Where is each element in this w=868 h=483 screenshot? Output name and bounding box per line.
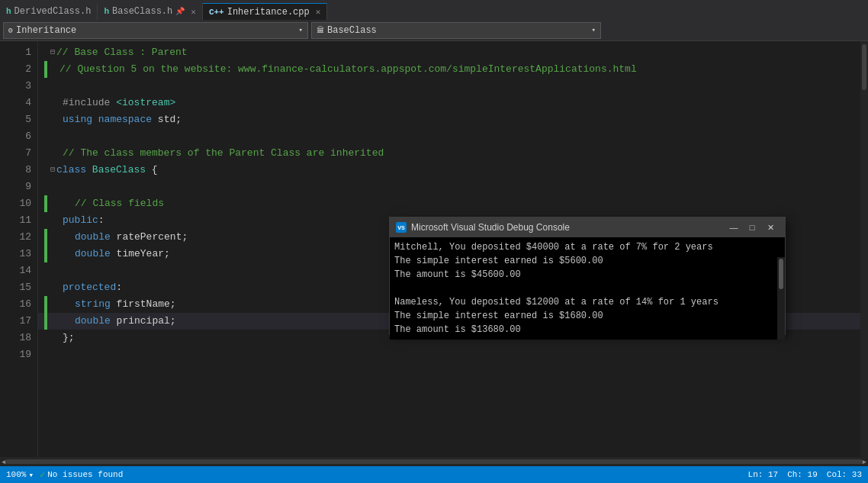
- console-close-btn[interactable]: ✕: [762, 221, 779, 233]
- console-line-6: The simple interest earned is $1680.00: [394, 309, 780, 323]
- code-line-10: // Class fields: [38, 195, 860, 212]
- code-content-12: double ratePercent;: [75, 229, 188, 246]
- line-num-9: 9: [12, 179, 31, 195]
- bottom-scrollbar[interactable]: ◀ ▶: [0, 457, 868, 466]
- console-line-1: Mitchell, You deposited $40000 at a rate…: [394, 240, 780, 254]
- console-line-7: The amount is $13680.00: [394, 323, 780, 336]
- scope-icon-right: 🏛: [317, 26, 324, 35]
- code-line-3: [38, 78, 860, 95]
- status-issues-text: No issues found: [47, 470, 123, 479]
- editor-scrollbar[interactable]: [860, 41, 868, 457]
- editor-container: 1 2 3 4 5 6 7 8 9 10 11 12 13 14 15 16 1…: [0, 41, 868, 457]
- code-content-15: protected:: [63, 279, 122, 296]
- zoom-label: 100%: [6, 470, 26, 479]
- line-num-4: 4: [12, 95, 31, 111]
- code-content-8: class BaseClass {: [56, 162, 158, 179]
- code-content-13: double timeYear;: [75, 246, 170, 262]
- tab-label-derivedclass: DerivedClass.h: [14, 6, 92, 17]
- line-num-17: 17: [12, 313, 31, 330]
- tab-icon-h2: h: [104, 7, 109, 16]
- scope-arrow-right: ▾: [592, 26, 596, 34]
- scope-dropdown-left[interactable]: ⚙ Inheritance ▾: [3, 22, 308, 39]
- tab-derivedclass-h[interactable]: h DerivedClass.h: [0, 3, 98, 20]
- code-line-5: using namespace std;: [38, 111, 860, 128]
- status-bar: 100% ▾ ✓ No issues found Ln: 17 Ch: 19 C…: [0, 466, 868, 483]
- code-content-2: // Question 5 on the website: www.financ…: [59, 61, 637, 78]
- code-content-1: // Base Class : Parent: [56, 44, 188, 61]
- code-content-5: using namespace std;: [63, 111, 182, 128]
- tab-label-inheritance: Inheritance.cpp: [227, 7, 310, 18]
- code-content-7: // The class members of the Parent Class…: [63, 145, 384, 162]
- scrollbar-track[interactable]: [5, 459, 862, 464]
- status-zoom[interactable]: 100% ▾: [6, 470, 34, 480]
- toolbar: ⚙ Inheritance ▾ 🏛 BaseClass ▾: [0, 20, 868, 41]
- console-minimize-btn[interactable]: —: [725, 221, 742, 233]
- code-content-4: #include <iostream>: [63, 95, 175, 111]
- tab-bar: h DerivedClass.h h BaseClass.h 📌 ✕ C++ I…: [0, 0, 868, 20]
- line-num-1: 1: [12, 44, 31, 61]
- line-num-2: 2: [12, 61, 31, 78]
- code-content-17: double principal;: [75, 313, 176, 330]
- console-line-3: The amount is $45600.00: [394, 268, 780, 282]
- line-num-12: 12: [12, 229, 31, 246]
- status-left: 100% ▾ ✓ No issues found: [6, 469, 123, 481]
- console-titlebar: VS Microsoft Visual Studio Debug Console…: [390, 217, 785, 237]
- scope-label-right: BaseClass: [327, 25, 377, 36]
- code-content-11: public:: [63, 212, 104, 229]
- tab-icon-h: h: [6, 7, 11, 16]
- console-title: Microsoft Visual Studio Debug Console: [411, 222, 721, 233]
- code-line-1: ⊟ // Base Class : Parent: [38, 44, 860, 61]
- line-num-13: 13: [12, 246, 31, 262]
- status-ln: Ln: 17: [748, 470, 779, 479]
- line-num-11: 11: [12, 212, 31, 229]
- console-controls: — □ ✕: [725, 221, 779, 233]
- console-scrollbar[interactable]: [777, 257, 785, 340]
- code-line-6: [38, 128, 860, 145]
- scope-label-left: Inheritance: [16, 25, 76, 36]
- code-line-8: ⊟ class BaseClass {: [38, 162, 860, 179]
- line-num-3: 3: [12, 78, 31, 95]
- code-content-16: string firstName;: [75, 296, 176, 313]
- code-line-9: [38, 179, 860, 195]
- status-ch: Ch: 19: [787, 470, 818, 479]
- code-line-4: #include <iostream>: [38, 95, 860, 111]
- status-ok-icon: ✓: [40, 469, 45, 481]
- line-num-19: 19: [12, 346, 31, 363]
- console-line-4: [394, 282, 780, 295]
- scope-arrow-left: ▾: [299, 26, 303, 34]
- line-num-10: 10: [12, 195, 31, 212]
- code-content-10: // Class fields: [75, 195, 164, 212]
- collapse-icon-8[interactable]: ⊟: [50, 162, 55, 179]
- tab-close-inheritance[interactable]: ✕: [316, 7, 321, 17]
- line-num-15: 15: [12, 279, 31, 296]
- console-line-5: Nameless, You deposited $12000 at a rate…: [394, 295, 780, 309]
- status-issues[interactable]: ✓ No issues found: [40, 469, 123, 481]
- code-line-19: [38, 346, 860, 363]
- tab-icon-cpp: C++: [209, 8, 224, 17]
- line-num-8: 8: [12, 162, 31, 179]
- tab-baseclass-h[interactable]: h BaseClass.h 📌 ✕: [98, 3, 202, 20]
- collapse-icon-1[interactable]: ⊟: [50, 44, 55, 61]
- line-numbers: 1 2 3 4 5 6 7 8 9 10 11 12 13 14 15 16 1…: [0, 41, 38, 457]
- code-content-18: };: [63, 330, 75, 346]
- scope-icon-left: ⚙: [8, 26, 13, 35]
- debug-console: VS Microsoft Visual Studio Debug Console…: [389, 217, 786, 335]
- scope-dropdown-right[interactable]: 🏛 BaseClass ▾: [311, 22, 601, 39]
- line-num-5: 5: [12, 111, 31, 128]
- console-vs-icon: VS: [396, 222, 407, 233]
- tab-label-baseclass: BaseClass.h: [112, 6, 172, 17]
- tab-close-baseclass[interactable]: ✕: [191, 7, 196, 17]
- tab-inheritance-cpp[interactable]: C++ Inheritance.cpp ✕: [203, 3, 327, 20]
- console-maximize-btn[interactable]: □: [744, 221, 760, 233]
- console-scrollbar-thumb: [779, 259, 783, 289]
- scroll-right-arrow[interactable]: ▶: [863, 458, 866, 466]
- line-num-6: 6: [12, 128, 31, 145]
- scrollbar-thumb: [862, 44, 866, 90]
- line-num-7: 7: [12, 145, 31, 162]
- zoom-arrow: ▾: [28, 470, 34, 480]
- code-line-2: // Question 5 on the website: www.financ…: [38, 61, 860, 78]
- console-line-2: The simple interest earned is $5600.00: [394, 254, 780, 268]
- status-right: Ln: 17 Ch: 19 Col: 33: [748, 470, 862, 479]
- line-num-16: 16: [12, 296, 31, 313]
- status-col: Col: 33: [827, 470, 862, 479]
